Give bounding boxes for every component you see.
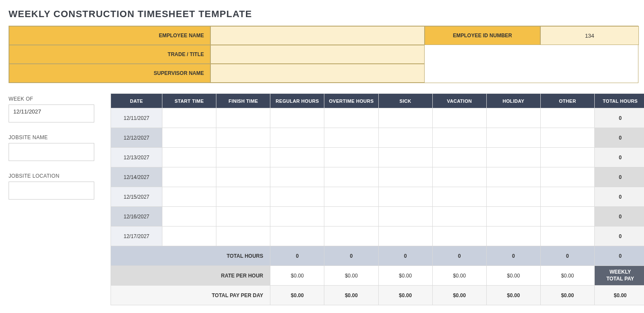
overtime-hours-cell[interactable] [324,227,378,246]
start-time-cell[interactable] [162,148,216,167]
sick-cell[interactable] [378,207,432,227]
holiday-cell[interactable] [486,187,540,207]
finish-time-cell[interactable] [216,187,270,207]
supervisor-name-label: SUPERVISOR NAME [9,64,210,83]
finish-time-cell[interactable] [216,128,270,148]
rate-regular[interactable]: $0.00 [270,266,324,286]
rate-holiday[interactable]: $0.00 [486,266,540,286]
pay-regular: $0.00 [270,286,324,305]
employee-name-input[interactable] [210,26,425,45]
week-of-input[interactable]: 12/11/2027 [9,104,94,122]
header-block: EMPLOYEE NAME EMPLOYEE ID NUMBER 134 TRA… [9,26,638,83]
sick-cell[interactable] [378,108,432,128]
start-time-cell[interactable] [162,167,216,187]
pay-sick: $0.00 [378,286,432,305]
total-hours-regular: 0 [270,246,324,266]
rate-sick[interactable]: $0.00 [378,266,432,286]
table-header-row: DATE START TIME FINISH TIME REGULAR HOUR… [111,94,644,108]
regular-hours-cell[interactable] [270,207,324,227]
start-time-cell[interactable] [162,207,216,227]
overtime-hours-cell[interactable] [324,128,378,148]
trade-title-label: TRADE / TITLE [9,45,210,64]
regular-hours-cell[interactable] [270,187,324,207]
other-cell[interactable] [540,148,594,167]
overtime-hours-cell[interactable] [324,187,378,207]
pay-other: $0.00 [540,286,594,305]
other-cell[interactable] [540,108,594,128]
overtime-hours-cell[interactable] [324,148,378,167]
start-time-cell[interactable] [162,108,216,128]
finish-time-cell[interactable] [216,227,270,246]
jobsite-name-input[interactable] [9,143,94,161]
vacation-cell[interactable] [432,207,486,227]
other-cell[interactable] [540,207,594,227]
overtime-hours-cell[interactable] [324,207,378,227]
finish-time-cell[interactable] [216,167,270,187]
date-cell: 12/17/2027 [111,227,162,246]
table-row: 12/15/20270 [111,187,644,207]
finish-time-cell[interactable] [216,148,270,167]
sick-cell[interactable] [378,148,432,167]
pay-vacation: $0.00 [432,286,486,305]
jobsite-name-label: JOBSITE NAME [9,134,103,140]
col-date: DATE [111,94,162,108]
row-total-hours-cell: 0 [595,227,644,246]
vacation-cell[interactable] [432,227,486,246]
regular-hours-cell[interactable] [270,167,324,187]
holiday-cell[interactable] [486,148,540,167]
holiday-cell[interactable] [486,108,540,128]
vacation-cell[interactable] [432,108,486,128]
supervisor-name-input[interactable] [210,64,425,83]
col-start-time: START TIME [162,94,216,108]
overtime-hours-cell[interactable] [324,167,378,187]
date-cell: 12/15/2027 [111,187,162,207]
employee-id-label: EMPLOYEE ID NUMBER [425,26,540,45]
overtime-hours-cell[interactable] [324,108,378,128]
other-cell[interactable] [540,187,594,207]
total-hours-grand: 0 [595,246,644,266]
table-row: 12/14/20270 [111,167,644,187]
sick-cell[interactable] [378,128,432,148]
table-row: 12/12/20270 [111,128,644,148]
total-hours-other: 0 [540,246,594,266]
employee-id-input[interactable]: 134 [540,26,639,45]
start-time-cell[interactable] [162,187,216,207]
col-finish-time: FINISH TIME [216,94,270,108]
col-overtime-hours: OVERTIME HOURS [324,94,378,108]
start-time-cell[interactable] [162,128,216,148]
regular-hours-cell[interactable] [270,148,324,167]
other-cell[interactable] [540,128,594,148]
finish-time-cell[interactable] [216,108,270,128]
timesheet-table: DATE START TIME FINISH TIME REGULAR HOUR… [111,93,644,305]
sick-cell[interactable] [378,167,432,187]
vacation-cell[interactable] [432,128,486,148]
finish-time-cell[interactable] [216,207,270,227]
vacation-cell[interactable] [432,167,486,187]
pay-weekly-total: $0.00 [595,286,644,305]
holiday-cell[interactable] [486,207,540,227]
regular-hours-cell[interactable] [270,108,324,128]
regular-hours-cell[interactable] [270,128,324,148]
rate-vacation[interactable]: $0.00 [432,266,486,286]
weekly-total-pay-label: WEEKLYTOTAL PAY [595,266,644,286]
jobsite-location-input[interactable] [9,182,94,200]
holiday-cell[interactable] [486,167,540,187]
rate-other[interactable]: $0.00 [540,266,594,286]
start-time-cell[interactable] [162,227,216,246]
table-row: 12/17/20270 [111,227,644,246]
col-vacation: VACATION [432,94,486,108]
vacation-cell[interactable] [432,187,486,207]
trade-title-input[interactable] [210,45,425,64]
col-other: OTHER [540,94,594,108]
holiday-cell[interactable] [486,128,540,148]
regular-hours-cell[interactable] [270,227,324,246]
sick-cell[interactable] [378,227,432,246]
row-total-hours: TOTAL HOURS 0 0 0 0 0 0 0 [111,246,644,266]
rate-overtime[interactable]: $0.00 [324,266,378,286]
vacation-cell[interactable] [432,148,486,167]
other-cell[interactable] [540,167,594,187]
page-title: WEEKLY CONSTRUCTION TIMESHEET TEMPLATE [9,9,635,20]
holiday-cell[interactable] [486,227,540,246]
other-cell[interactable] [540,227,594,246]
sick-cell[interactable] [378,187,432,207]
